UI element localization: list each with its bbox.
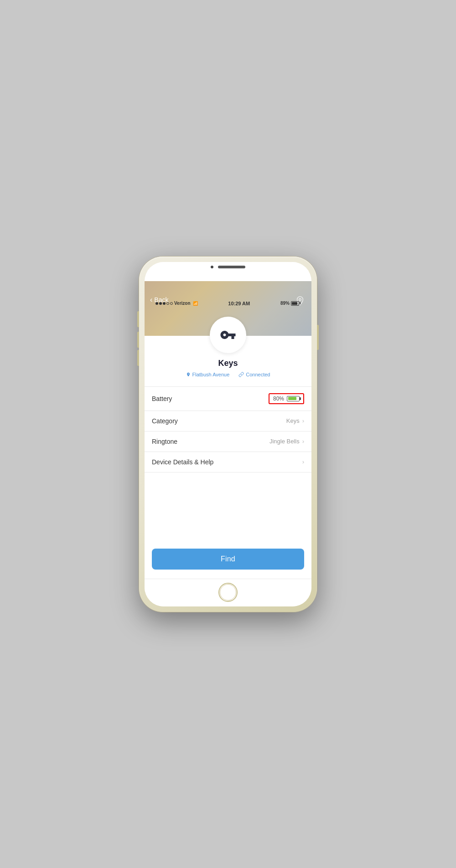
status-left: Verizon 📶	[155, 301, 198, 306]
key-icon	[220, 327, 236, 343]
battery-tip	[300, 302, 301, 304]
signal-dot-2	[159, 302, 162, 305]
device-title: Keys	[145, 359, 311, 368]
battery-status-icon	[291, 301, 301, 306]
speaker-grille	[218, 266, 245, 268]
device-details-value: ›	[302, 458, 304, 465]
category-label: Category	[152, 417, 178, 425]
signal-dot-5	[170, 302, 173, 305]
link-icon	[238, 372, 244, 377]
phone-top-bar	[145, 262, 311, 271]
find-button[interactable]: Find	[152, 549, 304, 570]
screen: Verizon 📶 10:29 AM 89%	[145, 271, 311, 606]
device-connection-status: Connected	[238, 372, 270, 377]
settings-list: Battery 80% Category	[145, 386, 311, 473]
battery-bar-fill	[288, 397, 296, 400]
battery-body	[291, 301, 299, 306]
device-location: Flatbush Avenue	[186, 372, 230, 377]
device-icon-circle	[210, 317, 246, 353]
category-text: Keys	[286, 417, 300, 424]
battery-bar	[287, 396, 300, 401]
phone-device: Verizon 📶 10:29 AM 89%	[139, 257, 317, 612]
battery-row: Battery 80%	[145, 387, 311, 411]
camera-dot	[211, 266, 213, 268]
status-right: 89%	[280, 301, 301, 306]
device-details-label: Device Details & Help	[152, 458, 213, 466]
content-area: Keys Flatbush Avenue Connec	[145, 336, 311, 579]
wifi-icon: 📶	[193, 301, 198, 306]
ringtone-chevron-icon: ›	[302, 438, 304, 445]
device-meta: Flatbush Avenue Connected	[145, 372, 311, 377]
battery-percent-value: 80%	[273, 395, 284, 402]
ringtone-value: Jingle Bells ›	[269, 438, 304, 445]
battery-label: Battery	[152, 395, 172, 402]
device-details-row[interactable]: Device Details & Help ›	[145, 452, 311, 473]
home-button[interactable]	[218, 583, 238, 602]
status-bar: Verizon 📶 10:29 AM 89%	[150, 299, 306, 308]
phone-bottom	[145, 579, 311, 606]
status-time: 10:29 AM	[228, 301, 250, 306]
home-button-inner	[220, 584, 236, 601]
battery-percentage: 89%	[280, 301, 290, 306]
category-row[interactable]: Category Keys ›	[145, 411, 311, 431]
app-header: Verizon 📶 10:29 AM 89%	[145, 281, 311, 336]
location-pin-icon	[186, 372, 191, 377]
battery-display: 80%	[269, 393, 304, 404]
connection-text: Connected	[246, 372, 270, 377]
category-chevron-icon: ›	[302, 417, 304, 424]
signal-dot-1	[155, 302, 158, 305]
signal-dot-3	[163, 302, 166, 305]
device-icon-container	[210, 317, 246, 353]
ringtone-row[interactable]: Ringtone Jingle Bells ›	[145, 431, 311, 452]
location-text: Flatbush Avenue	[192, 372, 230, 377]
category-value: Keys ›	[286, 417, 304, 424]
signal-dot-4	[166, 302, 169, 305]
signal-dots	[155, 302, 173, 305]
battery-bar-outer	[287, 396, 300, 401]
ringtone-label: Ringtone	[152, 438, 177, 445]
ringtone-text: Jingle Bells	[269, 438, 300, 445]
carrier-name: Verizon	[174, 301, 191, 306]
device-details-chevron-icon: ›	[302, 458, 304, 465]
battery-fill	[292, 302, 297, 305]
find-button-container: Find	[145, 539, 311, 579]
phone-screen: Verizon 📶 10:29 AM 89%	[145, 262, 311, 606]
